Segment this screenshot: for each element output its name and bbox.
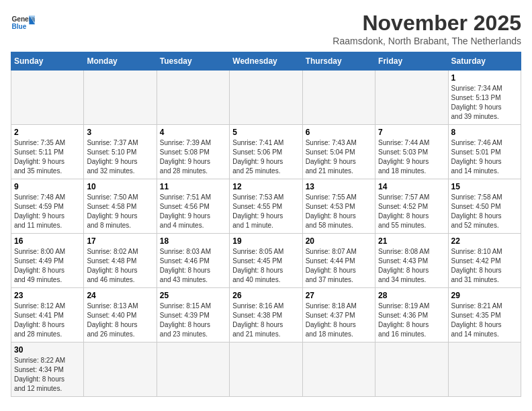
calendar-cell: 21Sunrise: 8:08 AM Sunset: 4:43 PM Dayli… <box>375 234 448 288</box>
day-info: Sunrise: 8:19 AM Sunset: 4:36 PM Dayligh… <box>378 302 445 339</box>
calendar-cell <box>302 342 375 397</box>
day-number: 14 <box>378 182 445 191</box>
day-number: 16 <box>14 236 81 246</box>
calendar-body: 1Sunrise: 7:34 AM Sunset: 5:13 PM Daylig… <box>11 71 521 397</box>
calendar-cell: 9Sunrise: 7:48 AM Sunset: 4:59 PM Daylig… <box>11 179 84 234</box>
day-number: 20 <box>306 236 372 246</box>
calendar-week-row: 16Sunrise: 8:00 AM Sunset: 4:49 PM Dayli… <box>11 234 521 288</box>
calendar-cell: 5Sunrise: 7:41 AM Sunset: 5:06 PM Daylig… <box>230 125 302 179</box>
day-info: Sunrise: 7:57 AM Sunset: 4:52 PM Dayligh… <box>378 193 445 230</box>
calendar-cell: 24Sunrise: 8:13 AM Sunset: 4:40 PM Dayli… <box>84 288 157 342</box>
weekday-row: SundayMondayTuesdayWednesdayThursdayFrid… <box>11 52 521 71</box>
weekday-header: Tuesday <box>157 52 229 71</box>
day-info: Sunrise: 8:08 AM Sunset: 4:43 PM Dayligh… <box>378 247 445 285</box>
calendar-cell: 3Sunrise: 7:37 AM Sunset: 5:10 PM Daylig… <box>84 125 157 179</box>
calendar-cell: 19Sunrise: 8:05 AM Sunset: 4:45 PM Dayli… <box>230 234 302 288</box>
calendar-cell <box>11 71 84 125</box>
day-info: Sunrise: 7:55 AM Sunset: 4:53 PM Dayligh… <box>306 193 372 230</box>
day-info: Sunrise: 7:43 AM Sunset: 5:04 PM Dayligh… <box>306 138 372 176</box>
calendar-cell: 18Sunrise: 8:03 AM Sunset: 4:46 PM Dayli… <box>157 234 229 288</box>
calendar-cell: 2Sunrise: 7:35 AM Sunset: 5:11 PM Daylig… <box>11 125 84 179</box>
calendar-cell <box>230 342 302 397</box>
day-info: Sunrise: 7:44 AM Sunset: 5:03 PM Dayligh… <box>378 138 445 176</box>
day-info: Sunrise: 7:37 AM Sunset: 5:10 PM Dayligh… <box>87 138 153 176</box>
calendar-cell: 10Sunrise: 7:50 AM Sunset: 4:58 PM Dayli… <box>84 179 157 234</box>
day-info: Sunrise: 7:48 AM Sunset: 4:59 PM Dayligh… <box>14 193 81 230</box>
calendar-subtitle: Raamsdonk, North Brabant, The Netherland… <box>332 36 521 46</box>
calendar-cell: 17Sunrise: 8:02 AM Sunset: 4:48 PM Dayli… <box>84 234 157 288</box>
day-info: Sunrise: 7:50 AM Sunset: 4:58 PM Dayligh… <box>87 193 153 230</box>
weekday-header: Monday <box>84 52 157 71</box>
calendar-cell <box>84 71 157 125</box>
calendar-week-row: 2Sunrise: 7:35 AM Sunset: 5:11 PM Daylig… <box>11 125 521 179</box>
day-number: 17 <box>87 236 153 246</box>
day-info: Sunrise: 8:07 AM Sunset: 4:44 PM Dayligh… <box>306 247 372 285</box>
calendar-cell: 7Sunrise: 7:44 AM Sunset: 5:03 PM Daylig… <box>375 125 448 179</box>
calendar-cell: 4Sunrise: 7:39 AM Sunset: 5:08 PM Daylig… <box>157 125 229 179</box>
day-info: Sunrise: 7:34 AM Sunset: 5:13 PM Dayligh… <box>451 84 518 122</box>
day-number: 19 <box>232 236 299 246</box>
calendar-week-row: 9Sunrise: 7:48 AM Sunset: 4:59 PM Daylig… <box>11 179 521 234</box>
day-info: Sunrise: 7:39 AM Sunset: 5:08 PM Dayligh… <box>160 138 226 176</box>
calendar-table: SundayMondayTuesdayWednesdayThursdayFrid… <box>11 52 521 397</box>
calendar-cell: 16Sunrise: 8:00 AM Sunset: 4:49 PM Dayli… <box>11 234 84 288</box>
day-info: Sunrise: 7:35 AM Sunset: 5:11 PM Dayligh… <box>14 138 81 176</box>
day-number: 25 <box>160 291 226 300</box>
calendar-cell <box>375 342 448 397</box>
calendar-cell <box>84 342 157 397</box>
logo-svg: General Blue <box>11 11 35 35</box>
day-number: 9 <box>14 182 81 191</box>
calendar-cell: 8Sunrise: 7:46 AM Sunset: 5:01 PM Daylig… <box>448 125 521 179</box>
day-info: Sunrise: 8:16 AM Sunset: 4:38 PM Dayligh… <box>232 302 299 339</box>
calendar-cell: 15Sunrise: 7:58 AM Sunset: 4:50 PM Dayli… <box>448 179 521 234</box>
calendar-cell: 22Sunrise: 8:10 AM Sunset: 4:42 PM Dayli… <box>448 234 521 288</box>
day-number: 29 <box>451 291 518 300</box>
svg-text:Blue: Blue <box>11 23 26 30</box>
calendar-cell: 14Sunrise: 7:57 AM Sunset: 4:52 PM Dayli… <box>375 179 448 234</box>
header: General Blue November 2025 Raamsdonk, No… <box>11 11 521 46</box>
day-number: 24 <box>87 291 153 300</box>
day-number: 2 <box>14 128 81 137</box>
day-number: 1 <box>451 73 518 83</box>
day-info: Sunrise: 8:13 AM Sunset: 4:40 PM Dayligh… <box>87 302 153 339</box>
calendar-week-row: 30Sunrise: 8:22 AM Sunset: 4:34 PM Dayli… <box>11 342 521 397</box>
day-number: 5 <box>232 128 299 137</box>
day-number: 7 <box>378 128 445 137</box>
day-info: Sunrise: 8:03 AM Sunset: 4:46 PM Dayligh… <box>160 247 226 285</box>
day-info: Sunrise: 8:00 AM Sunset: 4:49 PM Dayligh… <box>14 247 81 285</box>
calendar-cell: 27Sunrise: 8:18 AM Sunset: 4:37 PM Dayli… <box>302 288 375 342</box>
calendar-cell: 12Sunrise: 7:53 AM Sunset: 4:55 PM Dayli… <box>230 179 302 234</box>
day-number: 11 <box>160 182 226 191</box>
day-info: Sunrise: 8:21 AM Sunset: 4:35 PM Dayligh… <box>451 302 518 339</box>
day-number: 26 <box>232 291 299 300</box>
calendar-cell <box>230 71 302 125</box>
day-info: Sunrise: 8:12 AM Sunset: 4:41 PM Dayligh… <box>14 302 81 339</box>
day-number: 6 <box>306 128 372 137</box>
weekday-header: Saturday <box>448 52 521 71</box>
day-info: Sunrise: 7:41 AM Sunset: 5:06 PM Dayligh… <box>232 138 299 176</box>
logo: General Blue <box>11 11 35 35</box>
day-number: 18 <box>160 236 226 246</box>
day-number: 10 <box>87 182 153 191</box>
day-number: 13 <box>306 182 372 191</box>
day-info: Sunrise: 8:15 AM Sunset: 4:39 PM Dayligh… <box>160 302 226 339</box>
calendar-cell: 20Sunrise: 8:07 AM Sunset: 4:44 PM Dayli… <box>302 234 375 288</box>
calendar-cell: 11Sunrise: 7:51 AM Sunset: 4:56 PM Dayli… <box>157 179 229 234</box>
weekday-header: Thursday <box>302 52 375 71</box>
calendar-cell <box>157 342 229 397</box>
day-number: 28 <box>378 291 445 300</box>
calendar-cell <box>302 71 375 125</box>
calendar-week-row: 1Sunrise: 7:34 AM Sunset: 5:13 PM Daylig… <box>11 71 521 125</box>
calendar-cell <box>157 71 229 125</box>
calendar-header: SundayMondayTuesdayWednesdayThursdayFrid… <box>11 52 521 71</box>
day-number: 21 <box>378 236 445 246</box>
calendar-cell: 25Sunrise: 8:15 AM Sunset: 4:39 PM Dayli… <box>157 288 229 342</box>
day-info: Sunrise: 8:10 AM Sunset: 4:42 PM Dayligh… <box>451 247 518 285</box>
weekday-header: Wednesday <box>230 52 302 71</box>
calendar-cell: 23Sunrise: 8:12 AM Sunset: 4:41 PM Dayli… <box>11 288 84 342</box>
title-area: November 2025 Raamsdonk, North Brabant, … <box>332 11 521 46</box>
calendar-cell <box>375 71 448 125</box>
weekday-header: Sunday <box>11 52 84 71</box>
calendar-cell: 1Sunrise: 7:34 AM Sunset: 5:13 PM Daylig… <box>448 71 521 125</box>
day-number: 3 <box>87 128 153 137</box>
